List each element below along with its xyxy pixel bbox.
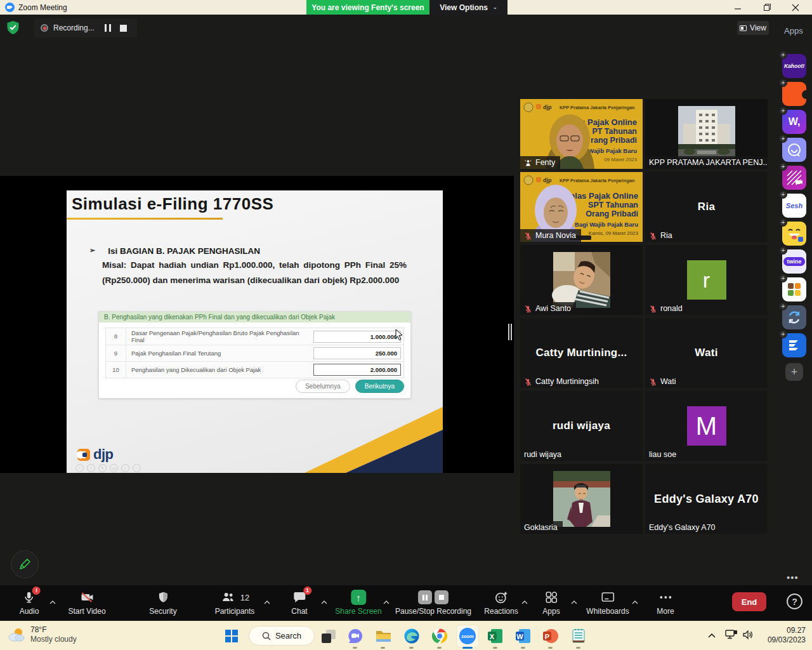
word-icon: W — [515, 628, 532, 644]
participant-name-label: Eddy's Galaxy A70 — [645, 521, 721, 534]
arrow-bullet-icon: ➢ — [89, 246, 95, 256]
volume-icon[interactable] — [742, 630, 754, 642]
participant-gallery: djp KPP Pratama Jakarta Penjaringan s Pa… — [520, 99, 768, 534]
rays-camera-icon — [785, 168, 804, 187]
rail-app-funtivity[interactable]: + — [782, 222, 806, 246]
taskbar-file-explorer[interactable] — [374, 627, 392, 645]
tray-chevron-up[interactable] — [707, 630, 716, 641]
pause-recording-icon[interactable] — [418, 590, 432, 604]
rail-app-fathom[interactable]: + — [782, 166, 806, 190]
participant-tile-eddy[interactable]: Eddy's Galaxy A70 Eddy's Galaxy A70 — [645, 464, 768, 534]
participant-tile-fenty[interactable]: djp KPP Pratama Jakarta Penjaringan s Pa… — [520, 99, 643, 169]
rail-app-coda[interactable]: + — [782, 82, 806, 106]
rail-app-e[interactable]: + — [782, 333, 806, 357]
taskbar-word[interactable]: W — [514, 627, 532, 645]
taskbar-chrome[interactable] — [431, 627, 449, 645]
rail-app-warmly[interactable]: + — [782, 138, 806, 162]
rail-app-twine[interactable]: + twine — [782, 249, 806, 274]
svg-text:Bagi Wajib Pajak Baru: Bagi Wajib Pajak Baru — [575, 221, 638, 228]
taskbar-notepad[interactable] — [570, 627, 587, 645]
audio-button[interactable]: ! Audio — [20, 590, 39, 616]
participants-options-caret[interactable] — [264, 595, 270, 607]
chat-button[interactable]: 1 Chat — [291, 590, 307, 616]
security-button[interactable]: Security — [149, 590, 176, 616]
end-meeting-button[interactable]: End — [732, 592, 766, 611]
audio-options-caret[interactable] — [49, 595, 56, 607]
participant-tile-ronald[interactable]: r ronald — [645, 245, 768, 315]
panel-splitter-handle[interactable] — [508, 324, 513, 340]
rail-app-sesh[interactable]: + Sesh — [782, 194, 806, 218]
participant-tile-catty[interactable]: Catty Murtining... Catty Murtiningsih — [520, 318, 643, 388]
taskbar-chat-app[interactable] — [346, 627, 364, 645]
form-input-8[interactable]: 1.000.000 — [313, 331, 401, 343]
restore-button[interactable] — [756, 0, 778, 15]
taskbar-excel[interactable]: X — [487, 627, 504, 645]
close-icon — [792, 4, 799, 11]
add-more-apps-button[interactable]: + — [785, 363, 803, 381]
apps-options-caret[interactable] — [571, 595, 577, 607]
next-button[interactable]: Berikutnya — [355, 380, 404, 393]
rail-app-sync[interactable]: + — [782, 305, 806, 329]
whiteboards-options-caret[interactable] — [632, 595, 638, 607]
previous-button[interactable]: Sebelumnya — [296, 380, 350, 393]
help-button[interactable]: ? — [787, 594, 802, 609]
more-button[interactable]: More — [657, 590, 674, 616]
svg-text:Kamis, 09 Maret 2023: Kamis, 09 Maret 2023 — [589, 230, 639, 236]
annotate-button[interactable] — [11, 550, 39, 578]
apps-button[interactable]: Apps — [542, 590, 560, 616]
add-app-icon: + — [779, 51, 787, 59]
slide-nav-controls[interactable]: ‹›✎▭⌕⋯ — [75, 464, 141, 472]
recording-label: Recording... — [53, 23, 95, 32]
participant-tile-rudi[interactable]: rudi wijaya rudi wijaya — [520, 391, 643, 461]
gallery-view-button[interactable]: View — [737, 21, 769, 35]
share-screen-button[interactable]: ↑ Share Screen — [335, 590, 381, 616]
share-options-caret[interactable] — [383, 595, 390, 607]
svg-text:djp: djp — [543, 104, 552, 110]
svg-text:09 Maret 2023: 09 Maret 2023 — [604, 157, 637, 162]
weather-widget[interactable]: 78°F Mostly cloudy — [8, 625, 77, 644]
minimize-button[interactable] — [727, 0, 749, 15]
powerpoint-icon: P — [542, 628, 559, 644]
network-icon[interactable] — [725, 630, 738, 642]
reactions-options-caret[interactable] — [521, 595, 528, 607]
taskbar-powerpoint[interactable]: P — [542, 627, 560, 645]
start-button[interactable] — [225, 630, 238, 642]
participants-button[interactable]: 12 Participants — [215, 590, 255, 616]
rail-app-grid[interactable]: + — [782, 277, 806, 302]
participant-tile-wati[interactable]: Wati Wati — [645, 318, 768, 388]
start-video-button[interactable]: Start Video — [68, 590, 105, 616]
zoom-icon: zoom — [459, 627, 476, 645]
reactions-button[interactable]: Reactions — [484, 590, 518, 616]
search-box[interactable]: Search — [249, 626, 315, 646]
chat-options-caret[interactable] — [321, 595, 327, 607]
participant-tile-kpp[interactable]: KPP PRATAMA JAKARTA PENJ... — [645, 99, 768, 169]
form-input-9[interactable]: 250.000 — [313, 347, 401, 359]
stop-recording-icon[interactable] — [435, 590, 449, 604]
participant-tile-mura[interactable]: djp KPP Pratama Jakarta Penjaringan Kela… — [520, 172, 643, 242]
taskbar-zoom[interactable]: zoom — [459, 627, 476, 645]
svg-text:s Pajak Online: s Pajak Online — [580, 117, 637, 127]
participant-tile-goklasria[interactable]: Goklasria — [520, 464, 643, 534]
rail-app-wordwall[interactable]: + W, — [782, 110, 806, 134]
form-row-10: 10 Penghasilan yang Dikecualikan dari Ob… — [106, 361, 403, 378]
rail-app-kahoot[interactable]: + Kahoot! — [782, 54, 806, 78]
rail-more-options[interactable]: ••• — [787, 572, 799, 583]
participant-tile-liau[interactable]: M liau soe — [645, 391, 768, 461]
svg-text:Kelas Pajak Online: Kelas Pajak Online — [565, 191, 638, 201]
pause-stop-recording-button[interactable]: Pause/Stop Recording — [395, 590, 471, 616]
task-view-button[interactable] — [320, 627, 337, 645]
participant-tile-ria[interactable]: Ria Ria — [645, 172, 768, 242]
close-button[interactable] — [785, 0, 806, 15]
taskbar-edge[interactable] — [403, 627, 421, 645]
pause-recording-icon[interactable] — [105, 24, 111, 32]
form-row-9: 9 Pajak Penghasilan Final Terutang 250.0… — [106, 345, 403, 361]
form-input-10[interactable]: 2.000.000 — [313, 364, 401, 376]
view-options-button[interactable]: View Options⌄ — [429, 0, 508, 15]
stop-recording-icon[interactable] — [120, 25, 127, 32]
active-running-indicator — [462, 647, 473, 649]
participant-tile-awi[interactable]: Awi Santo — [520, 245, 643, 315]
clock[interactable]: 09.27 09/03/2023 — [768, 626, 806, 645]
whiteboards-button[interactable]: Whiteboards — [586, 590, 629, 616]
svg-text:Wajib Pajak Baru: Wajib Pajak Baru — [588, 147, 637, 154]
participant-name-label: Awi Santo — [520, 302, 576, 315]
